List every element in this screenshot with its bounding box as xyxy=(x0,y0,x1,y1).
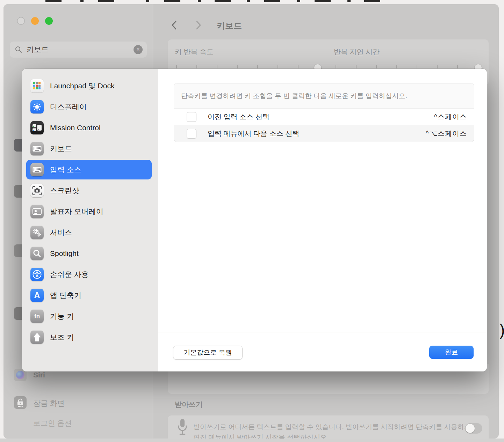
sidebar-item-label: 서비스 xyxy=(50,228,72,237)
sidebar-item-launchpad-dock[interactable]: Launchpad 및 Dock xyxy=(26,76,152,96)
sidebar-item-presenter-overlay[interactable]: 발표자 오버레이 xyxy=(26,202,152,221)
shortcut-checkbox[interactable] xyxy=(187,129,196,139)
dictation-toggle[interactable] xyxy=(465,423,482,434)
glyph-fragment xyxy=(45,0,62,2)
lock-icon[interactable] xyxy=(14,396,27,409)
sidebar-item-label: 보조 키 xyxy=(50,332,74,342)
sidebar-item-label: 기능 키 xyxy=(50,311,74,321)
slider-tick xyxy=(298,65,298,68)
shortcuts-content: 단축키를 변경하려면 키 조합을 두 번 클릭한 다음 새로운 키를 입력하십시… xyxy=(158,69,487,371)
sidebar-item-mission-control[interactable]: Mission Control xyxy=(26,118,152,138)
sidebar-item-label: Launchpad 및 Dock xyxy=(50,81,114,91)
spotlight-icon xyxy=(30,247,44,260)
shortcuts-instruction: 단축키를 변경하려면 키 조합을 두 번 클릭한 다음 새로운 키를 입력하십시… xyxy=(174,83,474,109)
dictation-card: 받아쓰기로 어디서든 텍스트를 입력할 수 있습니다. 받아쓰기를 시작하려면 … xyxy=(168,415,489,439)
screenshot-icon xyxy=(30,184,44,197)
forward-button[interactable] xyxy=(195,20,202,30)
sidebar-item-label: 입력 소스 xyxy=(50,165,81,175)
shortcut-row-previous-input-source[interactable]: 이전 입력 소스 선택 ^스페이스 xyxy=(174,109,474,125)
glyph-fragment xyxy=(80,0,84,2)
search-input[interactable]: 키보드 × xyxy=(10,42,147,58)
slider-tick xyxy=(417,65,417,68)
sidebar-item-lock-screen[interactable]: 잠금 화면 xyxy=(33,398,65,408)
app-shortcuts-icon: A xyxy=(30,289,44,302)
dictation-title: 받아쓰기 xyxy=(175,400,203,409)
sidebar-item-display[interactable]: 디스플레이 xyxy=(26,97,152,117)
restore-defaults-button[interactable]: 기본값으로 복원 xyxy=(173,346,243,360)
screen: ) 키보드 × Siri xyxy=(0,0,504,442)
sidebar-item-label: 발표자 오버레이 xyxy=(50,207,103,216)
sidebar-item-spotlight[interactable]: Spotlight xyxy=(26,244,152,263)
sidebar-item-function-keys[interactable]: fn 기능 키 xyxy=(26,307,152,326)
glyph-fragment xyxy=(198,0,201,2)
shortcut-keys[interactable]: ^⌥스페이스 xyxy=(426,129,467,138)
sidebar-item-modifier-keys[interactable]: 보조 키 xyxy=(26,327,152,347)
glyph-fragment xyxy=(215,0,231,2)
dictation-description-line1: 받아쓰기로 어디서든 텍스트를 입력할 수 있습니다. 받아쓰기를 시작하려면 … xyxy=(193,422,477,432)
slider-tick xyxy=(356,65,357,68)
sidebar-item-screenshot[interactable]: 스크린샷 xyxy=(26,181,152,200)
sidebar-item-label: 손쉬운 사용 xyxy=(50,270,89,279)
glyph-fragment xyxy=(164,0,180,2)
repeat-delay-label: 반복 지연 시간 xyxy=(334,47,380,57)
zoom-button[interactable] xyxy=(45,17,53,25)
page-title: 키보드 xyxy=(217,20,242,31)
microphone-icon xyxy=(177,418,188,436)
sidebar-item-login-options[interactable]: 로그인 옵션 xyxy=(33,418,72,428)
glyph-fragment xyxy=(364,0,380,2)
sidebar-item-label: 앱 단축키 xyxy=(50,290,81,300)
search-value: 키보드 xyxy=(27,45,49,54)
slider-tick xyxy=(278,65,278,68)
sidebar-item-keyboard[interactable]: 키보드 xyxy=(26,139,152,159)
presenter-overlay-icon xyxy=(30,205,44,218)
shortcut-keys[interactable]: ^스페이스 xyxy=(434,112,467,121)
display-icon xyxy=(30,100,44,113)
shortcut-row-next-input-source[interactable]: 입력 메뉴에서 다음 소스 선택 ^⌥스페이스 xyxy=(174,125,474,142)
footer-divider xyxy=(158,332,487,332)
app-store-letter: A xyxy=(34,290,40,300)
search-icon xyxy=(15,46,22,53)
shortcut-label: 이전 입력 소스 선택 xyxy=(208,112,269,121)
fn-glyph: fn xyxy=(34,313,40,320)
input-sources-icon xyxy=(30,163,44,176)
keyboard-icon xyxy=(30,142,44,155)
close-button[interactable] xyxy=(17,17,25,25)
shortcuts-table: 단축키를 변경하려면 키 조합을 두 번 클릭한 다음 새로운 키를 입력하십시… xyxy=(174,83,474,142)
clipped-paren-glyph: ) xyxy=(499,321,504,339)
keyboard-shortcuts-dialog: Launchpad 및 Dock 디스플레이 xyxy=(22,69,487,371)
shortcut-checkbox[interactable] xyxy=(187,112,196,122)
sidebar-item-input-sources[interactable]: 입력 소스 xyxy=(26,160,152,179)
sidebar-item-app-shortcuts[interactable]: A 앱 단축키 xyxy=(26,286,152,305)
slider-tick xyxy=(196,65,197,68)
slider-tick xyxy=(237,65,238,68)
toggle-knob xyxy=(466,424,475,433)
launchpad-icon xyxy=(30,79,44,93)
glyph-fragment xyxy=(315,0,331,2)
dictation-description-line2: 편집 메뉴에서 받아쓰기 시작을 선택하십시오. xyxy=(193,433,329,439)
sidebar-item-label: 스크린샷 xyxy=(50,186,79,196)
done-button[interactable]: 완료 xyxy=(429,346,474,359)
desktop-strip xyxy=(0,439,504,442)
glyph-fragment xyxy=(98,0,114,2)
shortcut-label: 입력 메뉴에서 다음 소스 선택 xyxy=(208,129,299,138)
slider-tick xyxy=(376,65,377,68)
services-icon xyxy=(30,226,44,239)
minimize-button[interactable] xyxy=(31,17,39,25)
mission-control-icon xyxy=(30,121,44,134)
function-keys-icon: fn xyxy=(30,310,44,323)
sidebar-item-label: 디스플레이 xyxy=(50,102,87,112)
sidebar-item-services[interactable]: 서비스 xyxy=(26,223,152,242)
sidebar-item-label: Mission Control xyxy=(50,124,101,132)
accessibility-icon xyxy=(30,268,44,281)
sidebar-item-accessibility[interactable]: 손쉬운 사용 xyxy=(26,265,152,284)
clear-search-icon[interactable]: × xyxy=(134,45,143,54)
glyph-fragment xyxy=(297,0,300,2)
sidebar-item-label: 키보드 xyxy=(50,144,72,154)
modifier-keys-icon xyxy=(30,331,44,344)
glyph-fragment xyxy=(247,0,250,2)
slider-tick xyxy=(217,65,217,68)
slider-tick xyxy=(336,65,336,68)
back-button[interactable] xyxy=(171,20,178,30)
slider-tick xyxy=(396,65,397,68)
sidebar-item-siri[interactable]: Siri xyxy=(33,371,45,379)
